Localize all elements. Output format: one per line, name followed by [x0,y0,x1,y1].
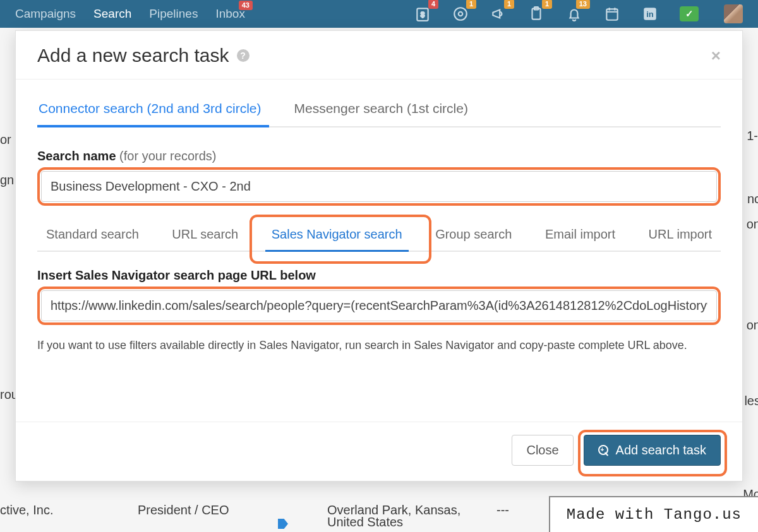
tag-icon [278,519,288,529]
bg-frag: or [0,133,11,147]
tab-messenger-search[interactable]: Messenger search (1st circle) [293,95,469,126]
avatar[interactable] [724,4,743,23]
help-icon[interactable]: 1 [452,6,469,22]
add-search-task-label: Add search task [616,443,706,458]
url-label: Insert Sales Navigator search page URL b… [37,268,721,283]
add-search-task-modal: Add a new search task ? × Connector sear… [15,30,743,482]
billing-badge: 4 [428,0,438,9]
svg-rect-6 [606,9,617,20]
search-scope-tabs: Connector search (2nd and 3rd circle) Me… [37,95,721,127]
tab-url-import[interactable]: URL import [646,220,714,251]
clipboard-icon[interactable]: 1 [528,6,544,22]
help-badge: 1 [466,0,476,9]
calendar-icon[interactable] [604,6,620,22]
nav-icons: $ 4 1 1 1 13 in ✓ [414,4,743,23]
close-button[interactable]: Close [512,435,573,466]
bg-frag: 1- [747,129,758,143]
add-search-task-button[interactable]: + Add search task [584,435,721,466]
close-icon[interactable]: × [711,46,721,66]
nav-inbox[interactable]: Inbox 43 [215,7,244,21]
linkedin-icon[interactable]: in [642,6,658,22]
search-type-tabs: Standard search URL search Sales Navigat… [37,220,721,252]
highlight-search-name [37,167,721,206]
url-helper-text: If you want to use filters available dir… [37,339,721,352]
tab-standard-search[interactable]: Standard search [44,220,141,251]
bell-badge: 13 [576,0,590,9]
nav-campaigns[interactable]: Campaigns [15,7,76,21]
nav-pipelines[interactable]: Pipelines [149,7,198,21]
inbox-badge: 43 [239,1,253,10]
tab-sales-navigator-search[interactable]: Sales Navigator search [269,220,405,251]
bg-location2: United States [327,515,403,529]
highlight-url-input [37,287,721,325]
bg-dashes: --- [496,503,509,517]
svg-text:$: $ [421,11,424,18]
bg-frag: on [747,217,758,232]
tab-group-search[interactable]: Group search [433,220,514,251]
tab-email-import[interactable]: Email import [543,220,618,251]
sales-navigator-url-input[interactable] [41,290,717,321]
tab-connector-search[interactable]: Connector search (2nd and 3rd circle) [37,95,263,126]
modal-header: Add a new search task ? × [16,31,742,80]
bg-frag: nc [747,192,758,206]
nav-search[interactable]: Search [93,7,131,21]
bell-icon[interactable]: 13 [566,6,582,22]
search-name-label: Search name (for your records) [37,149,721,163]
status-ok-icon[interactable]: ✓ [680,6,699,21]
megaphone-badge: 1 [504,0,514,9]
search-name-input[interactable] [41,171,717,202]
watermark: Made with Tango.us [549,496,758,532]
search-plus-icon: + [598,445,610,456]
bg-role: President / CEO [138,503,229,517]
top-nav: Campaigns Search Pipelines Inbox 43 $ 4 … [0,0,758,28]
svg-text:in: in [646,9,654,19]
modal-footer: Close + Add search task [16,422,742,481]
billing-icon[interactable]: $ 4 [414,6,431,22]
modal-body: Connector search (2nd and 3rd circle) Me… [16,80,742,422]
bg-frag: gn [0,173,14,187]
question-icon[interactable]: ? [237,49,250,62]
bg-frag: on [747,318,758,333]
modal-title: Add a new search task [37,45,229,66]
svg-point-3 [459,12,463,16]
tab-url-search[interactable]: URL search [169,220,241,251]
megaphone-icon[interactable]: 1 [490,6,507,22]
svg-point-2 [454,8,467,20]
bg-company: ctive, Inc. [0,503,53,517]
clipboard-badge: 1 [542,0,552,9]
bg-frag: les [744,394,758,408]
search-type-tabs-wrap: Standard search URL search Sales Navigat… [37,220,721,252]
